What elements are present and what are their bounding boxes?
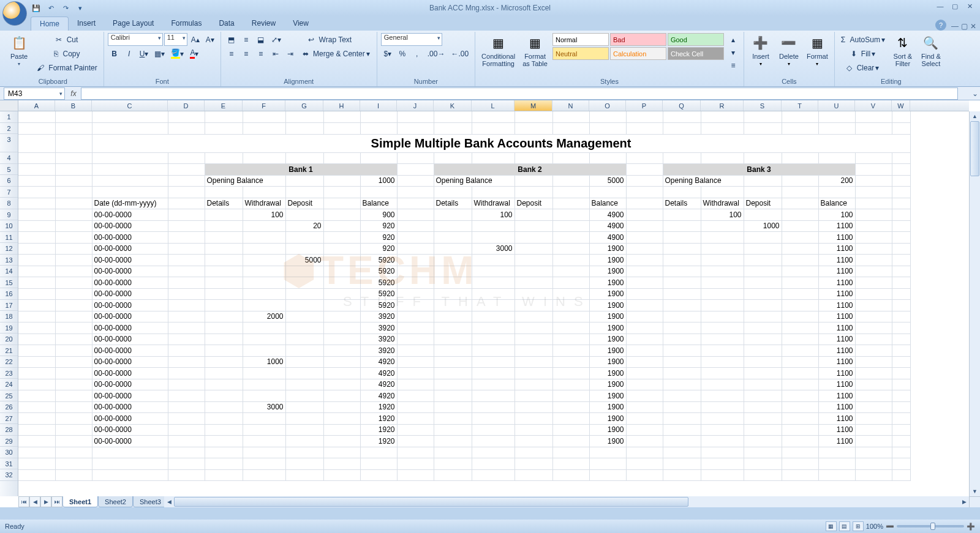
cell[interactable] bbox=[18, 356, 55, 368]
cell[interactable] bbox=[514, 277, 552, 289]
tab-home[interactable]: Home bbox=[31, 17, 69, 31]
cell[interactable] bbox=[397, 198, 434, 209]
row-header-11[interactable]: 11 bbox=[0, 232, 18, 244]
cell[interactable] bbox=[397, 368, 434, 379]
cell[interactable] bbox=[892, 175, 910, 187]
cell[interactable] bbox=[892, 123, 910, 135]
cell[interactable] bbox=[514, 232, 552, 244]
cell[interactable] bbox=[243, 424, 285, 436]
cell[interactable] bbox=[472, 220, 514, 232]
first-sheet-button[interactable]: ⏮ bbox=[18, 496, 29, 507]
cell[interactable] bbox=[744, 424, 782, 436]
cell[interactable]: 00-00-0000 bbox=[92, 322, 168, 334]
cell[interactable] bbox=[18, 187, 55, 198]
cell[interactable] bbox=[514, 311, 552, 322]
cell[interactable]: 1100 bbox=[818, 243, 855, 255]
prev-sheet-button[interactable]: ◀ bbox=[29, 496, 40, 507]
cell[interactable] bbox=[589, 469, 626, 481]
style-neutral[interactable]: Neutral bbox=[552, 47, 609, 60]
cell[interactable] bbox=[434, 447, 472, 458]
cell[interactable] bbox=[18, 164, 55, 176]
cell[interactable] bbox=[663, 436, 701, 447]
cell[interactable] bbox=[434, 123, 472, 135]
cell[interactable] bbox=[55, 413, 92, 425]
cell[interactable] bbox=[663, 255, 701, 266]
minimize-button[interactable]: — bbox=[933, 1, 947, 11]
office-button[interactable] bbox=[2, 1, 27, 26]
cell[interactable] bbox=[855, 469, 892, 481]
cell[interactable] bbox=[243, 152, 285, 164]
cell[interactable] bbox=[205, 152, 243, 164]
cell[interactable] bbox=[855, 368, 892, 379]
cell[interactable]: 1100 bbox=[818, 322, 855, 334]
style-normal[interactable]: Normal bbox=[552, 33, 609, 46]
cell[interactable] bbox=[168, 175, 205, 187]
cell[interactable] bbox=[285, 111, 323, 123]
cell[interactable] bbox=[701, 300, 744, 311]
cell[interactable] bbox=[168, 356, 205, 368]
sheet-tab-sheet3[interactable]: Sheet3 bbox=[133, 496, 168, 507]
cell[interactable] bbox=[55, 209, 92, 221]
cell[interactable]: 4920 bbox=[360, 368, 397, 379]
cell[interactable]: 1920 bbox=[360, 424, 397, 436]
grow-font-button[interactable]: A▴ bbox=[189, 33, 202, 46]
tab-data[interactable]: Data bbox=[210, 17, 243, 31]
cell[interactable] bbox=[285, 447, 323, 458]
cell[interactable]: 00-00-0000 bbox=[92, 390, 168, 402]
cell[interactable] bbox=[514, 220, 552, 232]
cell[interactable] bbox=[701, 255, 744, 266]
format-painter-button[interactable]: 🖌 Format Painter bbox=[34, 61, 100, 74]
cell[interactable] bbox=[285, 390, 323, 402]
cell[interactable] bbox=[205, 220, 243, 232]
col-header-V[interactable]: V bbox=[855, 100, 892, 111]
cell[interactable] bbox=[323, 469, 360, 481]
cell[interactable] bbox=[744, 390, 782, 402]
copy-button[interactable]: ⎘ Copy bbox=[34, 47, 100, 60]
tab-formulas[interactable]: Formulas bbox=[162, 17, 210, 31]
cell[interactable] bbox=[434, 345, 472, 357]
cell[interactable] bbox=[92, 152, 168, 164]
cell[interactable] bbox=[855, 311, 892, 322]
horizontal-scrollbar[interactable]: ◀ ▶ bbox=[164, 496, 969, 507]
cell[interactable] bbox=[18, 379, 55, 390]
cell[interactable] bbox=[434, 243, 472, 255]
cell[interactable] bbox=[434, 458, 472, 470]
cell[interactable] bbox=[701, 123, 744, 135]
cell[interactable] bbox=[514, 401, 552, 413]
cell[interactable] bbox=[782, 220, 818, 232]
cell[interactable] bbox=[855, 436, 892, 447]
cell[interactable] bbox=[855, 345, 892, 357]
cell[interactable] bbox=[168, 436, 205, 447]
cell[interactable] bbox=[663, 447, 701, 458]
font-color-button[interactable]: A▾ bbox=[187, 47, 201, 60]
cell[interactable] bbox=[514, 379, 552, 390]
scroll-up-icon[interactable]: ▲ bbox=[970, 111, 980, 121]
cell[interactable] bbox=[243, 322, 285, 334]
cell[interactable] bbox=[205, 390, 243, 402]
cell[interactable]: 00-00-0000 bbox=[92, 311, 168, 322]
cell[interactable] bbox=[397, 413, 434, 425]
merge-center-button[interactable]: ⬌ Merge & Center▾ bbox=[300, 47, 373, 60]
row-header-27[interactable]: 27 bbox=[0, 413, 18, 425]
cell[interactable]: 1900 bbox=[589, 368, 626, 379]
cell[interactable] bbox=[18, 152, 55, 164]
cell[interactable] bbox=[552, 300, 589, 311]
cell[interactable] bbox=[892, 243, 910, 255]
cell[interactable] bbox=[782, 300, 818, 311]
cell[interactable]: Balance bbox=[360, 198, 397, 209]
cell[interactable] bbox=[892, 266, 910, 277]
cell[interactable] bbox=[55, 255, 92, 266]
cell[interactable] bbox=[701, 311, 744, 322]
cell[interactable] bbox=[397, 255, 434, 266]
cell[interactable]: 1100 bbox=[818, 255, 855, 266]
cell[interactable] bbox=[168, 424, 205, 436]
cell[interactable] bbox=[168, 255, 205, 266]
cell[interactable]: 00-00-0000 bbox=[92, 334, 168, 345]
cell[interactable] bbox=[663, 469, 701, 481]
cell[interactable]: 1900 bbox=[589, 255, 626, 266]
cell[interactable] bbox=[744, 413, 782, 425]
cell[interactable] bbox=[168, 368, 205, 379]
cell[interactable]: 3920 bbox=[360, 322, 397, 334]
cell[interactable] bbox=[626, 469, 663, 481]
cell[interactable] bbox=[514, 288, 552, 300]
